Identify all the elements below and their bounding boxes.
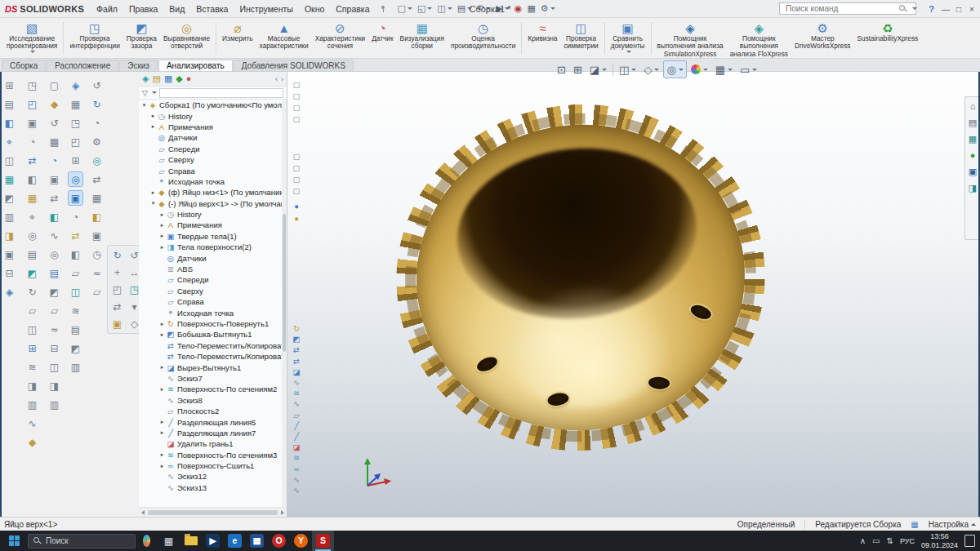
tree-item[interactable]: ≣ABS	[139, 264, 282, 274]
tool-icon[interactable]: ◆	[47, 97, 61, 111]
browser-icon[interactable]: Y	[290, 531, 312, 551]
scroll-left-icon[interactable]	[141, 510, 145, 515]
display-state-icon[interactable]: ◪	[291, 442, 302, 452]
tool-icon[interactable]: ◩	[2, 191, 16, 205]
tool-icon[interactable]: ◎	[47, 247, 61, 261]
display-state-icon[interactable]: ≋	[291, 452, 302, 463]
tool-icon[interactable]: ≂	[47, 322, 61, 336]
display-state-icon[interactable]: ╱	[291, 420, 302, 431]
scroll-thumb[interactable]	[148, 510, 278, 515]
tool-icon[interactable]: ◰	[25, 97, 39, 111]
tool-icon[interactable]: ▦	[90, 191, 104, 205]
display-state-icon[interactable]: ∿	[291, 377, 302, 388]
featuremanager-tab-icon[interactable]: ◈	[142, 74, 149, 83]
tree-item[interactable]: ⌖Исходная точка	[139, 307, 282, 318]
home-icon[interactable]: ⌂	[970, 102, 976, 111]
tool-icon[interactable]: ▢	[47, 78, 61, 92]
display-state-icon[interactable]: ▢	[291, 174, 302, 184]
hide-show-items-icon[interactable]: ◎	[663, 60, 686, 78]
ribbon-button[interactable]: ⌀Измерить	[219, 20, 256, 56]
display-state-icon[interactable]: ▢	[291, 151, 302, 162]
tool-icon[interactable]: ◫	[47, 360, 61, 374]
propertymanager-tab-icon[interactable]: ▤	[152, 74, 160, 83]
tree-item[interactable]: ▱Сверху	[139, 286, 282, 296]
tree-filter-input[interactable]	[159, 88, 283, 98]
tree-item[interactable]: ∿Эскиз7	[139, 373, 282, 384]
tool-icon[interactable]: ∿	[25, 416, 39, 430]
tree-expander-icon[interactable]: ▸	[158, 331, 166, 338]
egg-gear-model[interactable]	[379, 87, 782, 469]
tool-icon[interactable]: ▥	[69, 360, 82, 374]
display-state-icon[interactable]: ▱	[291, 410, 302, 420]
ribbon-button[interactable]: ≈Кривизна	[524, 20, 560, 56]
tool-icon[interactable]: ⊞	[69, 153, 82, 167]
tool-icon[interactable]: ▤	[25, 247, 39, 261]
tree-item[interactable]: ⇄Тело-Переместить/Копировать3	[139, 340, 282, 351]
network-icon[interactable]: ⇅	[887, 536, 893, 545]
tool-icon[interactable]: ▣	[2, 247, 16, 261]
display-state-icon[interactable]: ▢	[291, 113, 302, 124]
tool-icon[interactable]: ◩	[25, 266, 39, 280]
custom-properties-icon[interactable]: ▣	[969, 167, 977, 176]
tree-expander-icon[interactable]: ▸	[149, 123, 157, 130]
tool-icon[interactable]: ▣	[47, 172, 61, 186]
tool-icon[interactable]: ◎	[25, 229, 39, 242]
tool-icon[interactable]: ▣	[90, 229, 104, 242]
help-icon[interactable]: ?	[925, 4, 938, 14]
ribbon-button[interactable]: ◔Датчик	[368, 20, 396, 56]
tree-item[interactable]: ▸≋Поверхность-По сечениям3	[139, 450, 282, 460]
tab-item[interactable]: Сборка	[2, 60, 46, 71]
tree-item[interactable]: ◎Датчики	[139, 132, 282, 143]
tree-expander-icon[interactable]: ▸	[158, 451, 166, 458]
tab-item[interactable]: Расположение	[47, 60, 118, 71]
tool-icon[interactable]: ▤	[69, 322, 82, 336]
tree-expander-icon[interactable]: ▸	[158, 386, 166, 393]
display-state-icon[interactable]: ↻	[291, 323, 302, 334]
filter-funnel-icon[interactable]: ▽	[142, 89, 148, 97]
tool-icon[interactable]: ▣	[69, 191, 82, 205]
tree-item[interactable]: ∿Эскиз13	[139, 482, 282, 493]
tool-icon[interactable]: ▱	[69, 266, 82, 280]
tool-icon[interactable]: ⇄	[110, 300, 124, 313]
tree-vertical-scrollbar[interactable]	[282, 100, 287, 507]
search-icon[interactable]	[899, 5, 906, 12]
tool-icon[interactable]: ◧	[2, 116, 16, 130]
minimize-button[interactable]: —	[939, 2, 952, 16]
edit-appearance-icon[interactable]	[688, 60, 711, 78]
tool-icon[interactable]: ◩	[47, 285, 61, 299]
display-state-icon[interactable]: ╱	[291, 431, 302, 442]
ribbon-button[interactable]: ▣Сравнитьдокументы	[608, 20, 648, 56]
tool-icon[interactable]: ▣	[110, 317, 124, 331]
tool-icon[interactable]: ◈	[69, 78, 82, 92]
ribbon-button[interactable]: ♻SustainabilityXpress	[854, 20, 922, 56]
tool-icon[interactable]: ◎	[69, 172, 82, 186]
tree-item[interactable]: ▸◷History	[139, 209, 282, 220]
tool-icon[interactable]: ▱	[47, 304, 61, 318]
taskbar-search[interactable]: Поиск	[28, 534, 136, 549]
tool-icon[interactable]: ◰	[69, 135, 82, 149]
search-dropdown-icon[interactable]	[912, 7, 917, 10]
display-state-icon[interactable]: ▢	[291, 185, 302, 196]
tree-horizontal-scrollbar[interactable]	[139, 507, 287, 517]
tree-item[interactable]: ▸≂Поверхность-Сшить1	[139, 460, 282, 471]
movies-app-icon[interactable]: ▶	[202, 531, 224, 551]
tree-item[interactable]: ▾◈Сборка1 (По умолчанию<По умолчанию_Сос	[139, 100, 282, 110]
tool-icon[interactable]: ◫	[69, 285, 82, 299]
tree-expander-icon[interactable]: ▸	[158, 244, 166, 251]
tool-icon[interactable]: ◧	[25, 172, 39, 186]
task-view-icon[interactable]: ▦	[158, 531, 180, 551]
tool-icon[interactable]: ▥	[25, 398, 39, 411]
display-style-icon[interactable]: ◇	[640, 60, 662, 78]
menu-item[interactable]: Правка	[123, 2, 163, 16]
tool-icon[interactable]: ▦	[69, 97, 82, 111]
ribbon-button[interactable]: ◷Оценкапроизводительности	[448, 20, 519, 56]
tab-active[interactable]: Анализировать	[158, 60, 233, 71]
explorer-icon[interactable]	[180, 531, 202, 551]
display-state-icon[interactable]: ▢	[291, 102, 302, 113]
close-button[interactable]: ×	[965, 2, 978, 16]
display-state-icon[interactable]: ▢	[291, 91, 302, 101]
design-library-icon[interactable]: ▤	[969, 118, 977, 127]
display-state-icon[interactable]: ⇄	[291, 356, 302, 367]
tool-icon[interactable]: ◫	[2, 153, 16, 167]
ribbon-button[interactable]: ⊘Характеристикисечения	[312, 20, 369, 56]
